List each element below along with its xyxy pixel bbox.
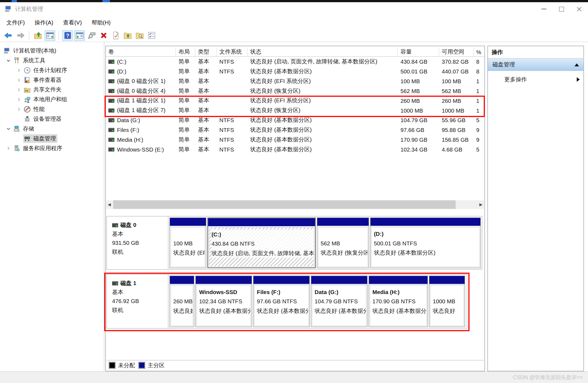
- tree-item-shared-folders[interactable]: 共享文件夹: [0, 85, 104, 95]
- volume-row[interactable]: Media (H:)简单基本NTFS状态良好 (基本数据分区)170.90 GB…: [106, 135, 485, 144]
- chevron-down-icon[interactable]: [4, 57, 13, 63]
- tree-item-task-scheduler[interactable]: 任务计划程序: [0, 65, 104, 75]
- volume-cell: 简单: [176, 76, 196, 86]
- partition-size: 430.84 GB NTFS: [212, 239, 314, 248]
- tree-item-services[interactable]: 服务和应用程序: [0, 143, 104, 153]
- volume-row[interactable]: (D:)简单基本NTFS状态良好 (基本数据分区)500.01 GB440.07…: [106, 66, 485, 76]
- actions-header: 操作: [488, 46, 584, 59]
- users-icon: [24, 96, 31, 103]
- menu-file[interactable]: 文件(F): [2, 17, 30, 28]
- chevron-right-icon[interactable]: [14, 96, 23, 102]
- show-action-pane-icon[interactable]: [74, 30, 85, 41]
- tree-item-event-viewer[interactable]: 事件查看器: [0, 75, 104, 85]
- column-header-3[interactable]: 类型: [195, 47, 217, 57]
- tree-item-content: 磁盘管理: [23, 134, 57, 143]
- tree-item-system-tools[interactable]: 系统工具: [0, 55, 104, 65]
- tree-item-content: 事件查看器: [23, 76, 63, 84]
- scrollbar-thumb[interactable]: [113, 200, 456, 209]
- partition-header-bar: [429, 276, 465, 285]
- partition[interactable]: Data (G:)104.79 GB NTFS状态良好 (基本数据分区): [311, 276, 367, 327]
- more-actions-item[interactable]: 更多操作: [488, 74, 584, 85]
- help-icon[interactable]: ?: [62, 30, 73, 41]
- partition[interactable]: 562 MB状态良好 (恢复分区): [317, 218, 369, 268]
- volume-cell: 简单: [176, 105, 196, 115]
- column-header-1[interactable]: 卷: [106, 47, 176, 57]
- volume-cell: 8: [474, 66, 484, 76]
- back-icon[interactable]: [3, 30, 14, 41]
- scroll-left-icon[interactable]: ◀: [106, 200, 112, 209]
- disk-name-label: 磁盘 1: [120, 279, 137, 288]
- partition[interactable]: (D:)500.01 GB NTFS状态良好 (基本数据分区): [370, 218, 481, 268]
- tree-item-performance[interactable]: 性能: [0, 104, 104, 114]
- menu-view[interactable]: 查看(V): [58, 17, 87, 28]
- partition[interactable]: 1000 MB状态良好: [429, 276, 465, 327]
- menu-action[interactable]: 操作(A): [30, 17, 58, 28]
- collapse-icon[interactable]: [574, 63, 579, 66]
- partition[interactable]: (C:)430.84 GB NTFS状态良好 (启动, 页面文件, 故障转储, …: [207, 218, 315, 268]
- horizontal-scrollbar[interactable]: ◀ ▶: [106, 200, 484, 209]
- forward-icon[interactable]: [15, 30, 26, 41]
- disk-info[interactable]: 磁盘 0基本931.50 GB联机: [107, 217, 168, 269]
- delete-icon[interactable]: [98, 30, 109, 41]
- volume-row[interactable]: Windows-SSD (E:)简单基本NTFS状态良好 (基本数据分区)102…: [106, 144, 485, 154]
- chevron-down-icon[interactable]: [4, 126, 13, 132]
- column-header-5[interactable]: 状态: [247, 47, 398, 57]
- tree-item-device-manager[interactable]: 设备管理器: [0, 114, 104, 124]
- up-level-icon[interactable]: [33, 30, 43, 41]
- partition[interactable]: Files (F:)97.66 GB NTFS状态良好 (基本数据分区): [253, 276, 310, 327]
- chevron-right-icon[interactable]: [14, 87, 23, 93]
- tree-item-content: 计算机管理(本地): [3, 46, 58, 55]
- volume-cell: 5: [474, 144, 484, 154]
- close-button[interactable]: [570, 2, 588, 16]
- chevron-right-icon[interactable]: [4, 145, 13, 151]
- volume-cell: (磁盘 1 磁盘分区 7): [106, 105, 176, 115]
- partition[interactable]: Windows-SSD102.34 GB NTFS状态良好 (基本数据分区): [195, 276, 252, 327]
- partition[interactable]: 260 MB状态良好 (EFI 系统分区): [169, 276, 194, 327]
- column-header-2[interactable]: 布局: [176, 47, 196, 57]
- partition[interactable]: Media (H:)170.90 GB NTFS状态良好 (基本数据分区): [369, 276, 428, 327]
- export-icon[interactable]: [122, 30, 133, 41]
- tree-item-content: 服务和应用程序: [13, 144, 64, 153]
- volume-row[interactable]: (C:)简单基本NTFS状态良好 (启动, 页面文件, 故障转储, 基本数据分区…: [106, 57, 485, 66]
- tree-item-local-users[interactable]: 本地用户和组: [0, 94, 104, 104]
- column-header-8[interactable]: %: [474, 47, 484, 57]
- chevron-right-icon[interactable]: [14, 77, 23, 83]
- volume-row[interactable]: (磁盘 0 磁盘分区 4)简单基本状态良好 (恢复分区)562 MB562 MB…: [106, 86, 485, 96]
- tree-item-label: 磁盘管理: [33, 135, 56, 142]
- tree-item-disk-management[interactable]: 磁盘管理: [0, 134, 104, 143]
- actions-section-disk-management[interactable]: 磁盘管理: [488, 58, 584, 71]
- maximize-button[interactable]: [553, 2, 570, 16]
- volume-row[interactable]: (磁盘 1 磁盘分区 7)简单基本状态良好 (恢复分区)1000 MB1000 …: [106, 105, 485, 115]
- volume-cell: 562 MB: [439, 86, 474, 96]
- tree-item-computer-management[interactable]: 计算机管理(本地): [0, 46, 104, 55]
- volume-cell: 1: [474, 96, 484, 106]
- disk-info[interactable]: 磁盘 1基本476.92 GB联机: [107, 274, 168, 328]
- tree-item-storage[interactable]: 存储: [0, 124, 104, 134]
- volume-row[interactable]: (磁盘 1 磁盘分区 1)简单基本状态良好 (EFI 系统分区)260 MB26…: [106, 96, 485, 106]
- volume-name: Windows-SSD (E:): [117, 146, 164, 152]
- volume-cell: 简单: [176, 144, 196, 154]
- column-header-4[interactable]: 文件系统: [217, 47, 247, 57]
- scroll-right-icon[interactable]: ▶: [478, 200, 484, 209]
- chevron-right-icon[interactable]: [14, 106, 23, 112]
- menu-help[interactable]: 帮助(H): [87, 17, 116, 28]
- column-header-6[interactable]: 容量: [398, 47, 439, 57]
- show-console-tree-icon[interactable]: [45, 30, 55, 41]
- volume-row[interactable]: (磁盘 0 磁盘分区 1)简单基本状态良好 (EFI 系统分区)100 MB10…: [106, 76, 485, 86]
- volume-row[interactable]: Files (F:)简单基本NTFS状态良好 (基本数据分区)97.66 GB9…: [106, 125, 485, 135]
- options-icon[interactable]: [146, 30, 157, 41]
- volume-cell: 简单: [176, 135, 196, 144]
- partitions-strip: 100 MB状态良好 (EFI 系统分区)(C:)430.84 GB NTFS状…: [168, 217, 482, 269]
- partition-body: 100 MB状态良好 (EFI 系统分区): [171, 227, 205, 267]
- disk-size: 931.50 GB: [112, 239, 168, 248]
- partition-header-bar: [370, 218, 480, 227]
- properties-icon[interactable]: [110, 30, 121, 41]
- find-icon[interactable]: [134, 30, 145, 41]
- volume-name: (磁盘 0 磁盘分区 4): [117, 87, 165, 94]
- partition[interactable]: 100 MB状态良好 (EFI 系统分区): [169, 218, 206, 268]
- volume-row[interactable]: Data (G:)简单基本NTFS状态良好 (基本数据分区)104.79 GB5…: [106, 115, 485, 125]
- rescan-disks-icon[interactable]: [86, 30, 97, 41]
- column-header-7[interactable]: 可用空间: [439, 47, 474, 57]
- minimize-button[interactable]: [535, 2, 553, 16]
- chevron-right-icon[interactable]: [14, 67, 23, 73]
